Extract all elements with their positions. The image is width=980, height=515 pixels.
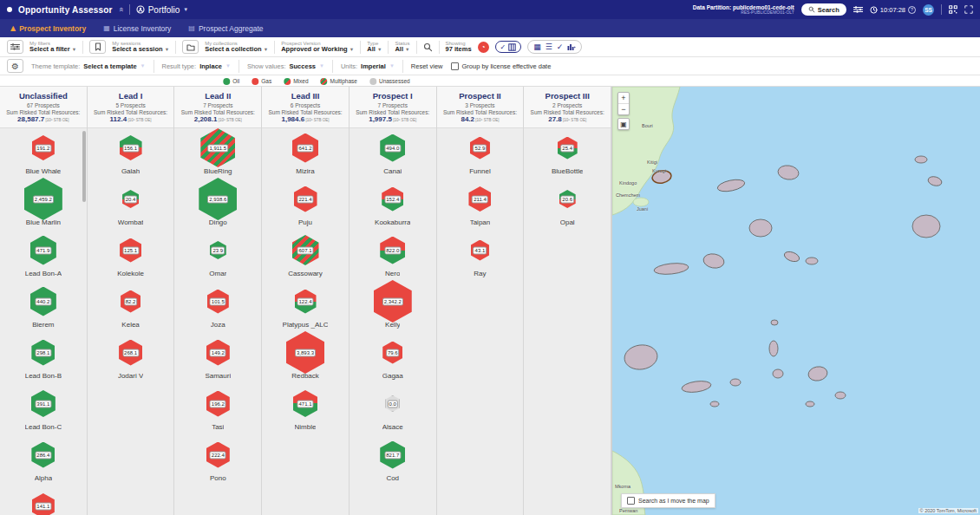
prospect-card[interactable]: 2,342.2Kelly: [350, 282, 436, 333]
result-type-dropdown[interactable]: Result type: Inplace ▼: [162, 62, 231, 70]
collapse-icon[interactable]: «: [116, 7, 125, 11]
prospect-card[interactable]: 141.1: [0, 486, 87, 515]
my-sessions-dropdown[interactable]: My sessions Select a session ▼: [112, 41, 169, 53]
prospect-card[interactable]: 222.4Pono: [174, 435, 261, 486]
prospect-value-badge: 641.2: [297, 144, 314, 152]
legend-label: Multiphase: [330, 78, 357, 84]
legend-label: Gas: [261, 78, 271, 84]
prospect-card[interactable]: 2,459.2Blue Marlin: [0, 179, 87, 231]
prospect-card[interactable]: 23.9Omar: [174, 231, 261, 282]
portfolio-menu[interactable]: Portfolio ▼: [136, 5, 189, 15]
prospect-card[interactable]: 191.2Blue Whale: [0, 128, 87, 179]
status-dropdown[interactable]: Status All ▼: [395, 41, 409, 53]
sea: [612, 87, 980, 515]
fullscreen-icon[interactable]: [964, 5, 973, 14]
prospect-card[interactable]: 440.2Bierem: [0, 282, 87, 333]
prospect-card[interactable]: 2,938.6Dingo: [174, 179, 261, 231]
tab-prospect-aggregate[interactable]: ▤Prospect Aggregate: [188, 24, 263, 33]
prospect-card[interactable]: 52.9Funnel: [437, 128, 524, 179]
prospect-card[interactable]: 125.1Kolekole: [88, 231, 174, 282]
my-collections-dropdown[interactable]: My collections Select a collection ▼: [205, 41, 268, 53]
gear-icon-button[interactable]: ⚙: [7, 59, 23, 73]
prospect-card[interactable]: 101.5Joza: [174, 282, 261, 333]
chart-view-icon[interactable]: [567, 43, 576, 51]
prospect-card[interactable]: 607.1Cassowary: [262, 231, 349, 282]
show-values-dropdown[interactable]: Show values: Success ▼: [247, 62, 324, 70]
prospect-card[interactable]: 20.4Wombat: [88, 179, 174, 231]
prospect-card[interactable]: 82.2Kelea: [88, 282, 174, 333]
prospect-card[interactable]: 152.4Kookaburra: [350, 179, 436, 231]
prospect-card[interactable]: 641.2Mizira: [262, 128, 349, 179]
prospect-card[interactable]: 0.0Alsace: [350, 384, 436, 435]
map-canvas[interactable]: [612, 87, 980, 515]
my-filters-dropdown[interactable]: My filters Select a filter ▼: [29, 41, 76, 53]
prospect-name: Joza: [211, 321, 225, 329]
columns-check-button[interactable]: ✓: [495, 41, 522, 53]
prospect-version-dropdown[interactable]: Prospect Version Approved or Working ▼: [281, 41, 354, 53]
zoom-in-button[interactable]: +: [618, 93, 629, 103]
prospect-card[interactable]: 122.4Platypus _ALC: [262, 282, 349, 333]
live-refresh-off-icon[interactable]: ◔: [478, 42, 489, 53]
prospect-card[interactable]: 471.1Nimble: [262, 384, 349, 435]
column-sum-label: Sum Risked Total Resources:: [350, 109, 436, 115]
column-scrollbar[interactable]: [82, 131, 86, 202]
prospect-card[interactable]: 471.9Lead Bon-A: [0, 231, 87, 282]
prospect-card[interactable]: 286.4Alpha: [0, 435, 87, 486]
column-sum-value: 27.8 [10⁶ STB OE]: [524, 115, 611, 123]
prospect-card[interactable]: 25.4BlueBottle: [524, 128, 611, 179]
prospect-card[interactable]: 3,893.3Redback: [262, 333, 349, 384]
column-title: Unclassified: [0, 91, 87, 101]
filters-icon-button[interactable]: [7, 40, 23, 54]
theme-template-dropdown[interactable]: Theme template: Select a template ▼: [31, 62, 146, 70]
list-view-icon[interactable]: ☰: [546, 42, 552, 51]
check-icon: ✓: [500, 43, 506, 51]
bookmark-icon-button[interactable]: [89, 40, 106, 54]
help-icon[interactable]: ?: [908, 6, 916, 14]
sum-number: 1,984.6: [281, 115, 304, 123]
column-sum-label: Sum Risked Total Resources:: [437, 109, 524, 115]
prospect-card[interactable]: 298.1Lead Bon-B: [0, 333, 87, 384]
user-avatar[interactable]: SS: [923, 4, 934, 16]
prospect-card[interactable]: 268.1Jodari V: [88, 333, 174, 384]
divider: [238, 60, 239, 73]
prospect-card[interactable]: 156.1Galah: [88, 128, 174, 179]
prospect-card[interactable]: 43.1Ray: [437, 231, 524, 282]
tune-icon[interactable]: [853, 5, 863, 14]
folder-icon-button[interactable]: [182, 40, 199, 54]
chevron-down-icon: ▼: [405, 47, 409, 52]
prospect-name: Kookaburra: [375, 218, 410, 226]
prospect-card[interactable]: 149.2Samauri: [174, 333, 261, 384]
zoom-out-button[interactable]: −: [618, 104, 629, 114]
type-dropdown[interactable]: Type All ▼: [367, 41, 382, 53]
check-icon[interactable]: ✓: [557, 42, 564, 51]
prospect-card[interactable]: 211.4Taipan: [437, 179, 524, 231]
column-sum-value: 1,984.6 [10⁶ STB OE]: [262, 115, 349, 123]
grid-view-icon[interactable]: ▦: [533, 42, 541, 51]
qr-code-icon[interactable]: [949, 5, 957, 14]
status-value: All: [395, 45, 403, 53]
prospect-card[interactable]: 1,911.5BlueRing: [174, 128, 261, 179]
prospect-card[interactable]: 221.4Puju: [262, 179, 349, 231]
reset-view-button[interactable]: Reset view: [411, 62, 443, 70]
column-header: Lead I5 ProspectsSum Risked Total Resour…: [88, 87, 174, 128]
prospect-card[interactable]: 20.6Opal: [524, 179, 611, 231]
prospect-card[interactable]: 494.0Canai: [350, 128, 436, 179]
tab-prospect-inventory[interactable]: ▲Prospect Inventory: [10, 24, 86, 33]
prospect-card[interactable]: 79.6Gagaa: [350, 333, 436, 384]
tab-license-inventory[interactable]: ▦License Inventory: [103, 24, 171, 33]
group-by-license-checkbox[interactable]: Group by license effective date: [451, 62, 552, 70]
prospect-card[interactable]: 196.2Tasi: [174, 384, 261, 435]
prospect-value-badge: 471.9: [35, 246, 51, 254]
prospect-card[interactable]: 391.1Lead Bon-C: [0, 384, 87, 435]
units-dropdown[interactable]: Units: Imperial ▼: [341, 62, 395, 70]
legend-label: Mixed: [293, 78, 308, 84]
prospect-card[interactable]: 821.7Cod: [350, 435, 436, 486]
prospect-card[interactable]: 822.0Nero: [350, 231, 436, 282]
map-panel[interactable]: BouriKitigiKurugiKindogoChemchemJuaniMko…: [611, 87, 980, 515]
prospect-value-badge: 43.1: [474, 246, 487, 254]
search-button[interactable]: Search: [801, 3, 846, 16]
map-layers-button[interactable]: ▣: [617, 118, 630, 130]
column-title: Lead I: [88, 91, 174, 101]
map-search-toggle[interactable]: Search as I move the map: [621, 493, 715, 508]
search-icon-button[interactable]: [423, 42, 433, 52]
